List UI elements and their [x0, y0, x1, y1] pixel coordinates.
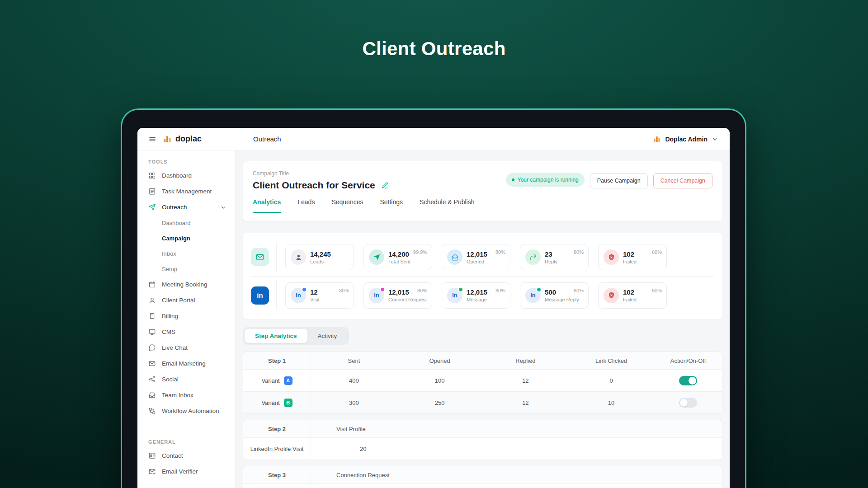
stat-value: 12,015 [467, 288, 487, 296]
sidebar-item-team-inbox[interactable]: Team Inbox [137, 387, 235, 403]
sidebar-item-outreach[interactable]: Outreach [137, 199, 235, 215]
tab-sequences[interactable]: Sequences [331, 198, 363, 213]
table-cell: 20 [311, 438, 722, 460]
shield-x-icon [604, 249, 619, 265]
sidebar-item-meeting-booking[interactable]: Meeting Booking [137, 277, 235, 292]
stat-percent: 60% [652, 249, 662, 255]
sidebar-item-label: Dashboard [162, 172, 192, 179]
table-cell: 100 [397, 370, 483, 391]
linkedin-channel-icon: in [251, 286, 269, 305]
tab-activity[interactable]: Activity [307, 329, 348, 343]
sidebar-item-label: Contact [162, 452, 183, 459]
brand-name: doplac [175, 134, 202, 144]
stat-label: Total Sent [388, 259, 410, 264]
table-cell: 300 [311, 392, 397, 413]
status-dot-icon [512, 178, 514, 181]
variant-toggle[interactable] [679, 398, 697, 408]
stat-value: 14,245 [310, 250, 331, 258]
sidebar-subitem-dashboard[interactable]: Dashboard [137, 215, 235, 230]
tab-leads[interactable]: Leads [297, 198, 315, 213]
linkedin-icon: in [447, 288, 462, 303]
table-cell: 0 [568, 370, 654, 391]
stat-tiles: 14,245Leads14,200Total Sent99.9%12,015Op… [285, 244, 667, 270]
sidebar-item-client-portal[interactable]: Client Portal [137, 292, 235, 308]
stat-label: Failed [623, 259, 637, 264]
menu-hamburger-icon[interactable] [148, 135, 156, 143]
variant-cell: VariantB [243, 392, 311, 413]
stat-tile-leads: 14,245Leads [285, 244, 354, 270]
divider [276, 281, 277, 310]
sidebar-item-live-chat[interactable]: Live Chat [137, 340, 235, 356]
sidebar-item-social[interactable]: Social [137, 371, 235, 387]
account-name: Doplac Admin [665, 136, 708, 143]
stat-text: 102Failed [623, 288, 637, 302]
table-cell: 400 [311, 370, 397, 391]
stat-text: 12Visit [310, 288, 320, 302]
sidebar-item-label: Social [162, 376, 179, 383]
page-heading: Client Outreach [0, 38, 868, 60]
divider [276, 243, 277, 272]
step-tables: Step 1SentOpenedRepliedLink ClickedActio… [243, 352, 722, 488]
doplac-logo-icon [163, 135, 172, 144]
variant-toggle[interactable] [679, 376, 697, 385]
stat-text: 14,200Total Sent [388, 250, 410, 264]
sidebar-item-label: Email Marketing [162, 360, 206, 367]
sidebar-subitem-inbox[interactable]: Inbox [137, 246, 235, 261]
tab-analytics[interactable]: Analytics [253, 198, 281, 213]
sidebar-item-label: Billing [162, 313, 178, 319]
sidebar-item-label: Outreach [162, 204, 187, 211]
brand-logo[interactable]: doplac [163, 134, 202, 144]
campaign-tabs: AnalyticsLeadsSequencesSettingsSchedule … [253, 198, 712, 213]
sidebar-item-label: Meeting Booking [162, 281, 208, 288]
stat-label: Reply [545, 259, 557, 264]
stat-tiles: in12Visit80%in12,015Connect Request80%in… [285, 282, 667, 309]
stat-value: 23 [545, 250, 557, 258]
column-header-link-clicked: Link Clicked [568, 352, 654, 369]
sidebar-item-email-verifier[interactable]: Email Verifier [137, 464, 235, 479]
device-frame: doplac Outreach Doplac Admin TOOLSDashbo… [121, 108, 746, 488]
stat-tile-message: in12,015Message80% [442, 282, 510, 309]
stats-row-linkedin: inin12Visit80%in12,015Connect Request80%… [251, 276, 714, 314]
sidebar-item-email-marketing[interactable]: Email Marketing [137, 356, 235, 371]
cancel-campaign-button[interactable]: Cancel Campaign [653, 173, 712, 188]
app-body: TOOLSDashboardTask ManagementOutreachDas… [137, 150, 730, 488]
channel-status-dot [302, 287, 307, 292]
sidebar-subitem-setup[interactable]: Setup [137, 261, 235, 277]
sidebar-item-cms[interactable]: CMS [137, 324, 235, 340]
tab-schedule-publish[interactable]: Schedule & Publish [420, 198, 474, 213]
page-title: Outreach [253, 135, 281, 143]
pause-campaign-button[interactable]: Pause Campaign [590, 173, 648, 188]
stat-text: 12,015Opened [467, 250, 487, 264]
stat-tile-total-sent: 14,200Total Sent99.9% [363, 244, 432, 270]
receipt-icon [148, 312, 156, 320]
table-cell [654, 370, 722, 391]
stat-value: 102 [623, 288, 637, 296]
edit-pencil-icon[interactable] [381, 182, 389, 189]
account-menu[interactable]: Doplac Admin [653, 135, 719, 143]
column-header-step-3: Step 3 [243, 466, 311, 483]
calendar-icon [148, 281, 156, 288]
campaign-status-badge: Your campaign is running [506, 173, 585, 187]
sidebar-item-contact[interactable]: Contact [137, 448, 235, 464]
main-content: Campaign Title Client Outreach for Servi… [236, 150, 730, 488]
sidebar-item-task-management[interactable]: Task Management [137, 183, 235, 199]
campaign-title: Client Outreach for Service [253, 180, 375, 191]
table-cell [311, 484, 722, 488]
sidebar-item-label: Live Chat [162, 344, 188, 351]
sidebar-item-dashboard[interactable]: Dashboard [137, 168, 235, 183]
stat-label: Visit [310, 297, 320, 302]
linkedin-icon: in [369, 288, 384, 303]
table-cell: 12 [483, 370, 569, 391]
table-header-row: Step 1SentOpenedRepliedLink ClickedActio… [243, 352, 722, 369]
step-table-2: Step 2Visit ProfileLinkedIn Profile Visi… [243, 420, 722, 460]
tab-step-analytics[interactable]: Step Analytics [245, 329, 307, 343]
app-window: doplac Outreach Doplac Admin TOOLSDashbo… [137, 128, 730, 488]
table-cell: 12 [483, 392, 569, 413]
sidebar-item-label: CMS [162, 328, 175, 335]
sidebar-item-label: Client Portal [162, 297, 195, 304]
sidebar-subitem-campaign[interactable]: Campaign [137, 230, 235, 246]
tab-settings[interactable]: Settings [380, 198, 403, 213]
sidebar-item-workflow-automation[interactable]: Workflow Automation [137, 403, 235, 419]
variant-label: Variant [261, 399, 279, 406]
sidebar-item-billing[interactable]: Billing [137, 308, 235, 324]
